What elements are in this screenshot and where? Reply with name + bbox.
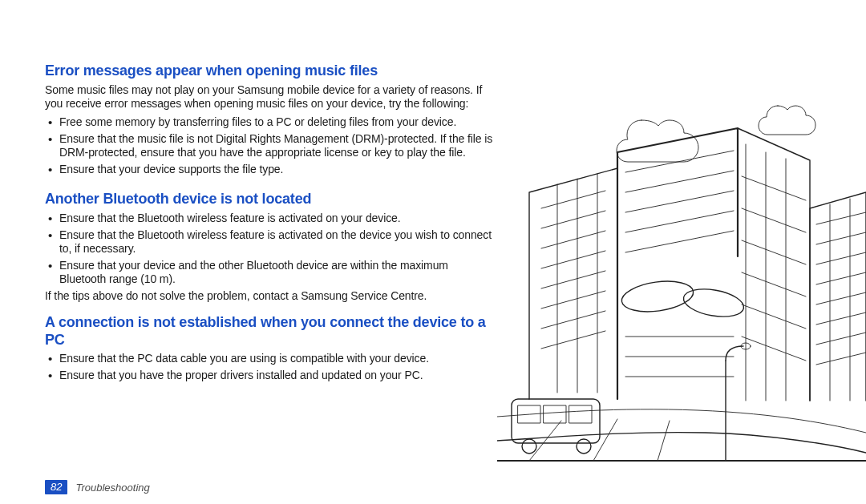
section-outro: If the tips above do not solve the probl… (45, 289, 494, 303)
list-item: Ensure that the music file is not Digita… (45, 132, 494, 163)
svg-line-18 (625, 151, 734, 172)
svg-line-8 (541, 211, 605, 228)
list-item: Free some memory by transferring files t… (45, 115, 494, 132)
section-heading: A connection is not established when you… (45, 314, 494, 349)
svg-line-33 (742, 240, 806, 264)
svg-line-22 (625, 231, 734, 252)
bullet-list: Ensure that the PC data cable you are us… (45, 352, 494, 385)
svg-line-19 (625, 171, 734, 192)
svg-rect-3 (544, 405, 566, 423)
brand-logo-icon (682, 285, 746, 321)
svg-line-39 (816, 252, 866, 264)
svg-line-7 (541, 191, 605, 208)
svg-line-36 (742, 337, 806, 361)
svg-point-27 (682, 285, 746, 321)
list-item: Ensure that you have the proper drivers … (45, 369, 494, 385)
page-footer: 82 Troubleshooting (45, 480, 150, 494)
svg-line-14 (541, 331, 605, 349)
bullet-list: Ensure that the Bluetooth wireless featu… (45, 212, 494, 289)
svg-line-13 (541, 311, 605, 329)
svg-line-42 (816, 312, 866, 325)
svg-line-12 (541, 291, 605, 308)
svg-line-31 (742, 176, 806, 200)
svg-line-32 (742, 208, 806, 232)
list-item: Ensure that the Bluetooth wireless featu… (45, 212, 494, 228)
list-item: Ensure that the PC data cable you are us… (45, 352, 494, 369)
section-intro: Some music files may not play on your Sa… (45, 83, 494, 111)
cityscape-illustration (497, 96, 866, 473)
page-number-badge: 82 (45, 480, 67, 494)
svg-line-20 (625, 191, 734, 212)
svg-line-10 (541, 251, 605, 268)
svg-line-38 (816, 232, 866, 244)
svg-line-9 (541, 231, 605, 248)
list-item: Ensure that your device and the other Bl… (45, 259, 494, 289)
svg-line-11 (541, 271, 605, 288)
section-label: Troubleshooting (75, 482, 149, 494)
bullet-list: Free some memory by transferring files t… (45, 115, 494, 179)
section-heading: Another Bluetooth device is not located (45, 191, 494, 208)
content-column: Error messages appear when opening music… (45, 62, 494, 385)
svg-point-6 (577, 439, 591, 454)
svg-line-44 (816, 353, 866, 365)
svg-point-5 (522, 439, 536, 454)
list-item: Ensure that your device supports the fil… (45, 163, 494, 179)
section-heading: Error messages appear when opening music… (45, 62, 494, 80)
svg-line-41 (816, 292, 866, 304)
svg-line-35 (742, 304, 806, 329)
document-page: Error messages appear when opening music… (0, 0, 866, 504)
svg-rect-4 (569, 405, 592, 423)
svg-line-43 (816, 333, 866, 345)
svg-line-21 (625, 211, 734, 232)
svg-line-34 (742, 272, 806, 296)
svg-line-40 (816, 272, 866, 284)
svg-line-37 (816, 212, 866, 224)
list-item: Ensure that the Bluetooth wireless featu… (45, 228, 494, 259)
